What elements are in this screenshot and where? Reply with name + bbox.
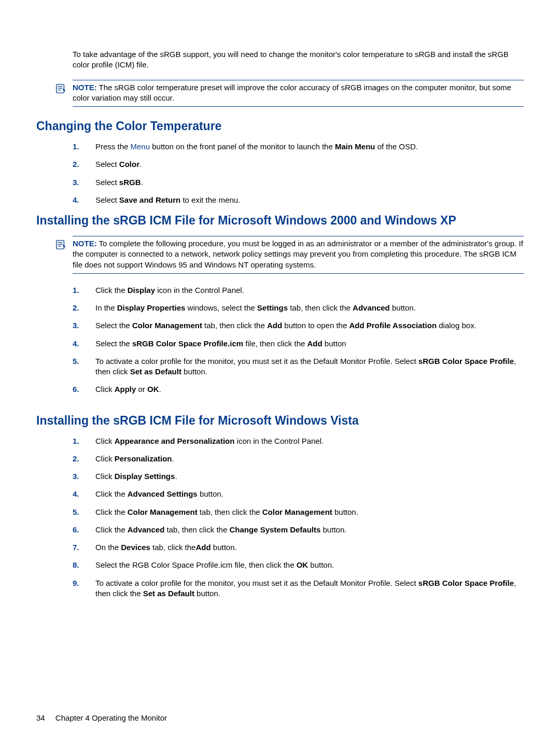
note-icon [55,238,66,250]
step-number: 3. [73,177,79,188]
page-number: 34 [36,713,45,722]
step-number: 5. [73,356,79,367]
heading-changing-color-temperature: Changing the Color Temperature [36,118,524,134]
list-item: 1. Press the Menu button on the front pa… [73,142,524,152]
list-item: 9. To activate a color profile for the m… [73,578,524,599]
note-text: To complete the following procedure, you… [73,239,523,269]
step-number: 2. [73,303,79,313]
menu-link[interactable]: Menu [131,142,150,151]
chapter-label: Chapter 4 Operating the Monitor [55,713,167,722]
list-item: 4. Click the Advanced Settings button. [73,489,524,499]
list-item: 7. On the Devices tab, click theAdd butt… [73,542,524,553]
list-item: 3. Select the Color Management tab, then… [73,320,524,331]
list-item: 2. Select Color. [73,159,524,170]
step-number: 6. [73,525,79,535]
step-number: 1. [73,436,79,446]
step-number: 6. [73,384,79,395]
svg-rect-0 [57,84,64,93]
list-item: 6. Click the Advanced tab, then click th… [73,525,524,535]
step-number: 4. [73,489,79,499]
step-number: 7. [73,542,79,553]
list-item: 1. Click the Display icon in the Control… [73,285,524,296]
ordered-list: 1. Press the Menu button on the front pa… [73,142,524,205]
note-text: The sRGB color temperature preset will i… [73,83,511,102]
document-page: To take advantage of the sRGB support, y… [0,0,560,745]
step-number: 5. [73,507,79,517]
step-number: 2. [73,159,79,170]
step-number: 9. [73,578,79,588]
step-number: 8. [73,560,79,570]
step-number: 1. [73,142,79,152]
ordered-list: 1. Click the Display icon in the Control… [73,285,524,395]
note-label: NOTE: [73,83,97,92]
heading-installing-icm-2000-xp: Installing the sRGB ICM File for Microso… [36,213,524,229]
step-number: 3. [73,471,79,482]
list-item: 3. Click Display Settings. [73,471,524,482]
list-item: 4. Select Save and Return to exit the me… [73,195,524,205]
step-number: 2. [73,454,79,464]
page-footer: 34 Chapter 4 Operating the Monitor [36,713,167,723]
step-number: 3. [73,320,79,331]
intro-paragraph: To take advantage of the sRGB support, y… [73,49,524,71]
step-number: 4. [73,339,79,349]
step-number: 1. [73,285,79,296]
list-item: 2. Click Personalization. [73,454,524,464]
list-item: 4. Select the sRGB Color Space Profile.i… [73,339,524,349]
list-item: 5. To activate a color profile for the m… [73,356,524,377]
svg-rect-1 [57,241,64,249]
list-item: 6. Click Apply or OK. [73,384,524,395]
list-item: 1. Click Appearance and Personalization … [73,436,524,446]
note-block-sec2: NOTE: To complete the following procedur… [73,236,524,274]
note-icon [55,82,66,94]
list-item: 5. Click the Color Management tab, then … [73,507,524,517]
list-item: 3. Select sRGB. [73,177,524,188]
note-label: NOTE: [73,239,97,248]
step-number: 4. [73,195,79,205]
list-item: 2. In the Display Properties windows, se… [73,303,524,313]
heading-installing-icm-vista: Installing the sRGB ICM File for Microso… [36,413,524,429]
note-block-intro: NOTE: The sRGB color temperature preset … [73,80,524,107]
ordered-list: 1. Click Appearance and Personalization … [73,436,524,599]
list-item: 8. Select the RGB Color Space Profile.ic… [73,560,524,570]
